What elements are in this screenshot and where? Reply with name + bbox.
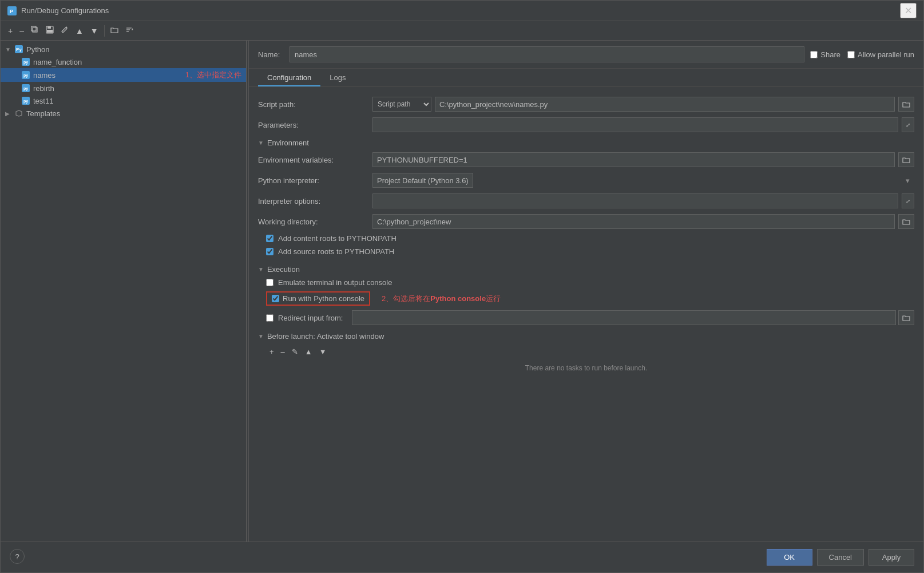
names-label: names — [33, 71, 179, 80]
parameters-expand-button[interactable]: ⤢ — [902, 117, 914, 132]
interpreter-options-expand-button[interactable]: ⤢ — [902, 193, 914, 208]
working-directory-browse-button[interactable] — [898, 214, 914, 229]
environment-section-arrow[interactable]: ▼ — [258, 140, 264, 146]
launch-down-button[interactable]: ▼ — [317, 346, 329, 357]
env-variables-browse-button[interactable] — [898, 152, 914, 167]
dialog-title: Run/Debug Configurations — [21, 6, 900, 15]
tree-item-rebirth[interactable]: py rebirth — [1, 82, 246, 94]
redirect-input-browse-button[interactable] — [898, 310, 914, 325]
emulate-terminal-checkbox[interactable] — [266, 279, 273, 286]
name-field-label: Name: — [258, 50, 284, 59]
remove-config-button[interactable]: – — [17, 25, 27, 37]
emulate-terminal-row: Emulate terminal in output console — [249, 276, 923, 289]
add-content-roots-label: Add content roots to PYTHONPATH — [278, 234, 396, 243]
allow-parallel-label: Allow parallel run — [858, 50, 914, 59]
add-content-roots-checkbox[interactable] — [266, 235, 273, 242]
svg-rect-6 — [47, 30, 53, 33]
tab-configuration[interactable]: Configuration — [258, 69, 320, 86]
bottom-bar: ? OK Cancel Apply — [1, 542, 923, 572]
close-button[interactable]: ✕ — [900, 3, 917, 18]
rebirth-icon: py — [21, 84, 30, 93]
run-with-console-checkbox[interactable] — [272, 295, 279, 302]
templates-icon — [14, 109, 23, 118]
name-function-icon: py — [21, 57, 30, 66]
launch-add-button[interactable]: + — [267, 346, 276, 357]
share-label: Share — [820, 50, 840, 59]
apply-button[interactable]: Apply — [869, 549, 914, 566]
python-arrow: ▼ — [5, 46, 14, 53]
share-option[interactable]: Share — [810, 50, 840, 59]
annotation-select-file: 1、选中指定文件 — [185, 70, 241, 80]
svg-rect-3 — [31, 26, 36, 31]
folder-button[interactable] — [108, 24, 121, 37]
launch-edit-button[interactable]: ✎ — [290, 346, 300, 357]
working-directory-input[interactable] — [372, 214, 895, 229]
add-source-roots-checkbox[interactable] — [266, 248, 273, 255]
python-interpreter-label: Python interpreter: — [258, 176, 372, 185]
annotation-python-console: 2、勾选后将在Python console运行 — [382, 294, 501, 304]
python-interpreter-select[interactable]: Project Default (Python 3.6) — [372, 173, 473, 188]
interpreter-options-input[interactable] — [372, 193, 898, 208]
run-with-console-box: Run with Python console — [266, 291, 370, 306]
script-path-type-dropdown[interactable]: Script path Module name — [372, 97, 431, 112]
add-source-roots-row: Add source roots to PYTHONPATH — [249, 245, 923, 258]
svg-rect-2 — [33, 27, 37, 32]
tabs-row: Configuration Logs — [249, 69, 923, 87]
names-icon: py — [21, 70, 30, 80]
share-checkbox[interactable] — [810, 51, 818, 58]
save-config-button[interactable] — [43, 24, 57, 37]
templates-arrow: ▶ — [5, 110, 14, 117]
allow-parallel-option[interactable]: Allow parallel run — [847, 50, 914, 59]
script-path-row: Script path: Script path Module name — [249, 94, 923, 114]
tree-item-names[interactable]: py names 1、选中指定文件 — [1, 68, 246, 82]
add-config-button[interactable]: + — [5, 25, 15, 37]
redirect-input-field[interactable] — [352, 310, 896, 325]
add-content-roots-row: Add content roots to PYTHONPATH — [249, 232, 923, 245]
script-path-input[interactable] — [435, 97, 895, 112]
svg-rect-5 — [47, 26, 51, 29]
wrench-button[interactable] — [58, 24, 72, 37]
tab-logs[interactable]: Logs — [320, 69, 355, 86]
title-bar: P Run/Debug Configurations ✕ — [1, 1, 923, 21]
redirect-input-row: Redirect input from: — [249, 308, 923, 327]
before-launch-arrow[interactable]: ▼ — [258, 333, 264, 339]
app-icon: P — [7, 6, 17, 15]
move-up-button[interactable]: ▲ — [73, 25, 86, 37]
no-tasks-text: There are no tasks to run before launch. — [258, 359, 914, 377]
move-down-button[interactable]: ▼ — [88, 25, 101, 37]
script-path-browse-button[interactable] — [898, 97, 914, 112]
before-launch-header: ▼ Before launch: Activate tool window — [258, 332, 914, 341]
right-panel: Name: Share Allow parallel run Configu — [249, 41, 923, 542]
sort-button[interactable] — [122, 24, 136, 37]
toolbar: + – ▲ ▼ — [1, 21, 923, 41]
name-input[interactable] — [290, 46, 804, 62]
execution-section-arrow[interactable]: ▼ — [258, 266, 264, 272]
script-path-label: Script path: — [258, 100, 372, 109]
cancel-button[interactable]: Cancel — [817, 549, 864, 566]
python-node-label: Python — [26, 45, 241, 54]
launch-up-button[interactable]: ▲ — [303, 346, 315, 357]
parameters-input[interactable] — [372, 117, 898, 132]
interpreter-select-wrapper: Project Default (Python 3.6) — [372, 173, 914, 188]
before-launch-title: Before launch: Activate tool window — [267, 332, 384, 341]
tree-item-test11[interactable]: py test11 — [1, 94, 246, 107]
launch-remove-button[interactable]: – — [279, 346, 287, 357]
rebirth-label: rebirth — [33, 84, 241, 93]
ok-button[interactable]: OK — [767, 549, 812, 566]
redirect-input-checkbox[interactable] — [266, 314, 273, 322]
launch-toolbar: + – ✎ ▲ ▼ — [258, 344, 914, 359]
redirect-input-control — [352, 310, 914, 325]
tree-area: ▼ Py Python py name_function py — [1, 41, 246, 542]
tree-item-name-function[interactable]: py name_function — [1, 56, 246, 68]
svg-text:P: P — [10, 9, 13, 14]
copy-config-button[interactable] — [28, 24, 42, 37]
templates-node[interactable]: ▶ Templates — [1, 107, 246, 120]
allow-parallel-checkbox[interactable] — [847, 51, 855, 58]
python-node[interactable]: ▼ Py Python — [1, 43, 246, 56]
before-launch-section: ▼ Before launch: Activate tool window + … — [249, 327, 923, 379]
parameters-row: Parameters: ⤢ — [249, 114, 923, 135]
environment-section-title: Environment — [267, 139, 309, 147]
main-content: ▼ Py Python py name_function py — [1, 41, 923, 542]
env-variables-input[interactable] — [372, 152, 895, 167]
help-button[interactable]: ? — [10, 549, 25, 564]
